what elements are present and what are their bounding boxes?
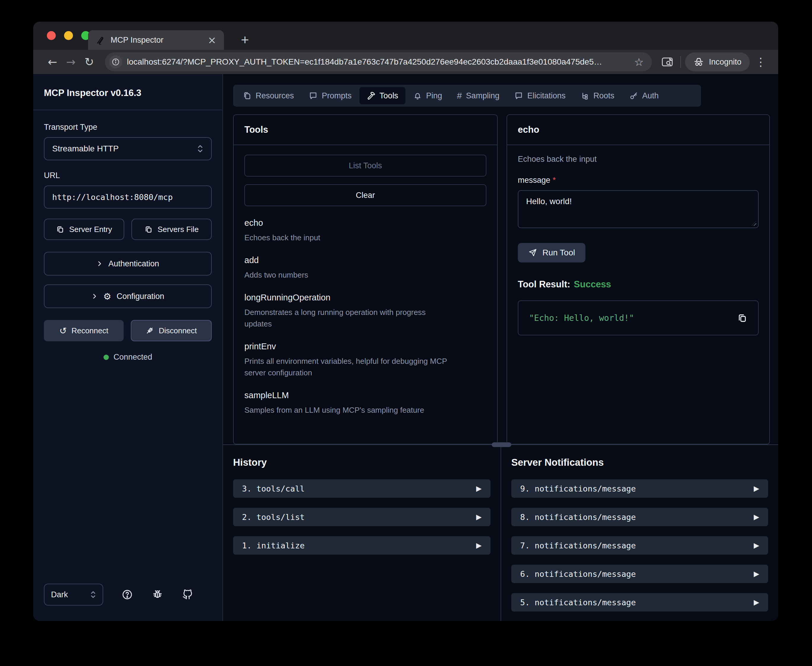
expand-arrow-icon: ▶	[476, 541, 481, 550]
message-input[interactable]: Hello, world!	[518, 190, 759, 228]
hammer-icon	[367, 91, 375, 100]
url-text: localhost:6274/?MCP_PROXY_AUTH_TOKEN=ec1…	[127, 57, 629, 67]
chevron-right-icon	[96, 260, 103, 267]
tab-label: Resources	[256, 91, 294, 101]
tab-label: Sampling	[466, 91, 499, 101]
tool-list-item-samplellm[interactable]: sampleLLM Samples from an LLM using MCP'…	[245, 391, 486, 416]
servers-file-button[interactable]: Servers File	[131, 219, 212, 240]
tool-name: sampleLLM	[245, 391, 486, 400]
tab-roots[interactable]: Roots	[573, 87, 622, 104]
clear-button[interactable]: Clear	[245, 184, 486, 206]
theme-select[interactable]: Dark	[44, 584, 103, 605]
tool-list-item-echo[interactable]: echo Echoes back the input	[245, 218, 486, 244]
browser-tabstrip: MCP Inspector × +	[33, 21, 778, 50]
notification-row[interactable]: 9. notifications/message ▶	[511, 479, 768, 498]
expand-arrow-icon: ▶	[754, 598, 759, 607]
tool-result-line: Tool Result:Success	[518, 279, 759, 290]
tools-panel: Tools List Tools Clear echo Echoes back …	[233, 114, 498, 444]
tab-elicitations[interactable]: Elicitations	[507, 87, 573, 104]
notification-row[interactable]: 5. notifications/message ▶	[511, 593, 768, 612]
history-row[interactable]: 2. tools/list ▶	[233, 508, 491, 526]
clear-label: Clear	[356, 191, 375, 200]
screen: MCP Inspector × + ← → ↻ localhost:6274/?…	[0, 0, 812, 666]
tool-result-box: "Echo: Hello, world!"	[518, 300, 759, 335]
notification-row[interactable]: 7. notifications/message ▶	[511, 536, 768, 555]
connected-dot-icon	[104, 354, 109, 360]
authentication-toggle[interactable]: Authentication	[44, 252, 212, 275]
tool-detail-description: Echoes back the input	[518, 155, 759, 164]
reconnect-button[interactable]: ↻ Reconnect	[44, 320, 124, 341]
server-notifications-title: Server Notifications	[511, 457, 768, 468]
history-row[interactable]: 3. tools/call ▶	[233, 479, 491, 498]
chat-bubble-icon	[514, 91, 523, 100]
browser-menu-icon[interactable]: ⋮	[750, 55, 768, 68]
tab-label: Ping	[426, 91, 442, 101]
required-marker: *	[553, 176, 556, 185]
help-icon[interactable]	[122, 589, 133, 600]
tab-close-icon[interactable]: ×	[208, 35, 217, 45]
transport-type-select[interactable]: Streamable HTTP	[44, 137, 212, 160]
chevron-up-down-icon	[197, 144, 203, 153]
run-tool-button[interactable]: Run Tool	[518, 243, 585, 262]
tab-ping[interactable]: Ping	[406, 87, 449, 104]
incognito-label: Incognito	[709, 58, 741, 67]
notification-row[interactable]: 6. notifications/message ▶	[511, 565, 768, 583]
split-drag-handle[interactable]	[492, 442, 511, 447]
chevron-up-down-icon	[90, 590, 96, 599]
tab-title: MCP Inspector	[111, 36, 203, 45]
tool-result-status: Success	[574, 279, 611, 289]
list-tools-label: List Tools	[349, 161, 382, 170]
history-row[interactable]: 1. initialize ▶	[233, 536, 491, 555]
transport-type-value: Streamable HTTP	[52, 144, 197, 153]
tool-name: printEnv	[245, 341, 486, 351]
minimize-window-button[interactable]	[64, 31, 73, 40]
tool-list-item-add[interactable]: add Adds two numbers	[245, 256, 486, 281]
tool-list-item-longrunningoperation[interactable]: longRunningOperation Demonstrates a long…	[245, 293, 486, 330]
back-icon[interactable]: ←	[43, 55, 62, 68]
bell-icon	[413, 91, 422, 100]
connection-status: Connected	[44, 353, 212, 362]
tool-description: Adds two numbers	[245, 269, 452, 281]
mcp-inspector-app: MCP Inspector v0.16.3 Transport Type Str…	[33, 74, 778, 621]
copy-result-icon[interactable]	[737, 313, 748, 323]
tab-sampling[interactable]: # Sampling	[450, 87, 506, 104]
close-window-button[interactable]	[47, 31, 56, 40]
server-notifications-pane: Server Notifications 9. notifications/me…	[501, 445, 778, 621]
server-url-input[interactable]: http://localhost:8080/mcp	[44, 185, 212, 209]
notification-row-label: 6. notifications/message	[520, 569, 754, 579]
notification-row-label: 5. notifications/message	[520, 598, 754, 607]
tab-resources[interactable]: Resources	[235, 87, 301, 104]
browser-tab[interactable]: MCP Inspector ×	[88, 30, 224, 50]
tab-prompts[interactable]: Prompts	[302, 87, 359, 104]
site-info-icon[interactable]	[109, 55, 122, 68]
list-tools-button[interactable]: List Tools	[245, 155, 486, 176]
expand-arrow-icon: ▶	[754, 513, 759, 521]
notification-row[interactable]: 8. notifications/message ▶	[511, 508, 768, 526]
bug-icon[interactable]	[152, 589, 163, 600]
param-name: message	[518, 176, 551, 185]
configuration-toggle[interactable]: ⚙ Configuration	[44, 284, 212, 308]
tab-tools[interactable]: Tools	[359, 87, 405, 104]
tool-list-item-printenv[interactable]: printEnv Prints all environment variable…	[245, 341, 486, 379]
bookmark-star-icon[interactable]: ☆	[629, 56, 648, 68]
search-tabs-icon[interactable]	[658, 57, 676, 67]
tab-label: Tools	[380, 91, 398, 101]
tab-auth[interactable]: Auth	[622, 87, 666, 104]
tab-label: Elicitations	[527, 91, 566, 101]
server-entry-button[interactable]: Server Entry	[44, 219, 124, 240]
files-icon	[243, 91, 251, 100]
expand-arrow-icon: ▶	[754, 570, 759, 578]
notification-row-label: 8. notifications/message	[520, 513, 754, 522]
rotate-icon: ↻	[59, 326, 67, 336]
notification-row-label: 7. notifications/message	[520, 541, 754, 550]
forward-icon[interactable]: →	[62, 55, 80, 68]
sidebar-footer: Dark	[33, 584, 222, 621]
toolbar-separator	[680, 56, 681, 68]
new-tab-button[interactable]: +	[237, 32, 253, 48]
tool-description: Prints all environment variables, helpfu…	[245, 356, 452, 379]
reload-icon[interactable]: ↻	[80, 55, 98, 68]
address-bar[interactable]: localhost:6274/?MCP_PROXY_AUTH_TOKEN=ec1…	[105, 53, 652, 71]
chevron-right-icon	[91, 293, 98, 300]
github-icon[interactable]	[182, 589, 193, 600]
disconnect-button[interactable]: Disconnect	[131, 320, 212, 341]
